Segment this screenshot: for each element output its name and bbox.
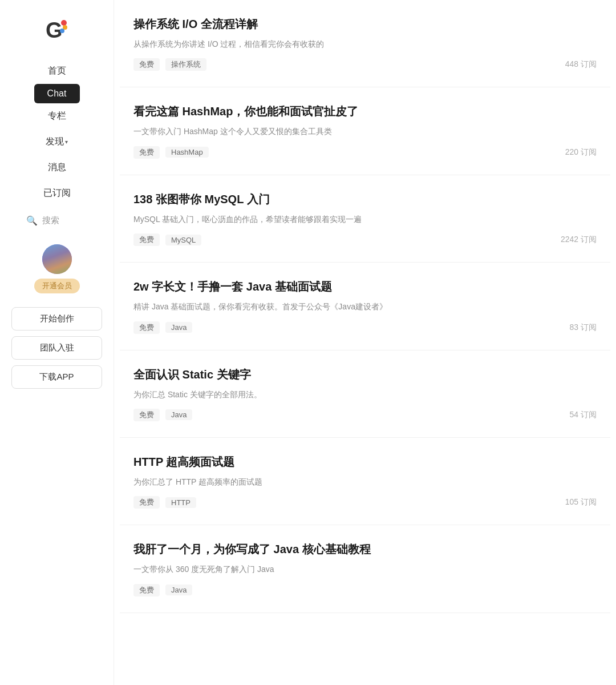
article-desc: 精讲 Java 基础面试题，保你看完有收获。首发于公众号《Java建设者》 bbox=[133, 300, 597, 313]
tag: 免费 bbox=[133, 58, 160, 71]
article-footer: 免费Java83 订阅 bbox=[133, 321, 597, 334]
article-desc: 一文带你入门 HashMap 这个令人又爱又恨的集合工具类 bbox=[133, 125, 597, 138]
article-title: 全面认识 Static 关键字 bbox=[133, 366, 597, 382]
svg-point-1 bbox=[61, 20, 67, 26]
user-section: 开通会员 bbox=[34, 244, 80, 293]
subscribe-count: 105 订阅 bbox=[565, 497, 597, 507]
article-card[interactable]: 138 张图带你 MySQL 入门MySQL 基础入门，呕心沥血的作品，希望读者… bbox=[120, 175, 610, 263]
article-footer: 免费MySQL2242 订阅 bbox=[133, 233, 597, 246]
logo: G bbox=[43, 17, 71, 45]
search-bar[interactable]: 🔍 搜索 bbox=[17, 211, 97, 231]
article-card[interactable]: HTTP 超高频面试题为你汇总了 HTTP 超高频率的面试题免费HTTP105 … bbox=[120, 438, 610, 525]
article-footer: 免费Java bbox=[133, 584, 597, 597]
search-label: 搜索 bbox=[42, 215, 59, 226]
subscribe-count: 448 订阅 bbox=[565, 59, 597, 70]
article-desc: 一文带你从 360 度无死角了解入门 Java bbox=[133, 563, 597, 575]
article-title: 138 张图带你 MySQL 入门 bbox=[133, 191, 597, 207]
article-desc: MySQL 基础入门，呕心沥血的作品，希望读者能够跟着实现一遍 bbox=[133, 213, 597, 225]
sidebar: G 首页 Chat 专栏 发现 ▾ 消息 已订阅 🔍 搜索 开通会员 开始创作 bbox=[0, 0, 114, 685]
article-footer: 免费HTTP105 订阅 bbox=[133, 496, 597, 509]
article-list: 操作系统 I/O 全流程详解从操作系统为你讲述 I/O 过程，相信看完你会有收获… bbox=[120, 0, 610, 613]
article-footer: 免费HashMap220 订阅 bbox=[133, 146, 597, 159]
article-card[interactable]: 2w 字长文！手撸一套 Java 基础面试题精讲 Java 基础面试题，保你看完… bbox=[120, 263, 610, 350]
vip-button[interactable]: 开通会员 bbox=[34, 279, 80, 293]
article-tags: 免费Java bbox=[133, 321, 192, 334]
article-card[interactable]: 操作系统 I/O 全流程详解从操作系统为你讲述 I/O 过程，相信看完你会有收获… bbox=[120, 0, 610, 87]
article-desc: 从操作系统为你讲述 I/O 过程，相信看完你会有收获的 bbox=[133, 38, 597, 50]
article-desc: 为你汇总 Static 关键字的全部用法。 bbox=[133, 388, 597, 401]
action-buttons: 开始创作 团队入驻 下载APP bbox=[0, 307, 114, 389]
tag: HTTP bbox=[165, 497, 196, 508]
tag: MySQL bbox=[165, 235, 201, 245]
article-tags: 免费Java bbox=[133, 584, 192, 597]
subscribe-count: 54 订阅 bbox=[570, 410, 597, 420]
article-title: 操作系统 I/O 全流程详解 bbox=[133, 16, 597, 32]
nav-item-messages[interactable]: 消息 bbox=[0, 155, 114, 180]
article-card[interactable]: 全面认识 Static 关键字为你汇总 Static 关键字的全部用法。免费Ja… bbox=[120, 350, 610, 438]
tag: 免费 bbox=[133, 584, 160, 597]
article-tags: 免费HashMap bbox=[133, 146, 209, 159]
article-title: 我肝了一个月，为你写成了 Java 核心基础教程 bbox=[133, 541, 597, 557]
tag: Java bbox=[165, 322, 192, 333]
subscribe-count: 83 订阅 bbox=[570, 323, 597, 333]
search-icon: 🔍 bbox=[26, 215, 38, 226]
tag: 免费 bbox=[133, 321, 160, 334]
avatar[interactable] bbox=[42, 244, 72, 274]
tag: 免费 bbox=[133, 146, 160, 159]
tag: HashMap bbox=[165, 147, 209, 158]
nav-item-chat[interactable]: Chat bbox=[0, 84, 114, 103]
article-tags: 免费操作系统 bbox=[133, 58, 206, 71]
article-desc: 为你汇总了 HTTP 超高频率的面试题 bbox=[133, 476, 597, 488]
nav-item-column[interactable]: 专栏 bbox=[0, 103, 114, 129]
team-button[interactable]: 团队入驻 bbox=[11, 336, 102, 360]
main-content: 操作系统 I/O 全流程详解从操作系统为你讲述 I/O 过程，相信看完你会有收获… bbox=[114, 0, 616, 685]
article-title: HTTP 超高频面试题 bbox=[133, 454, 597, 470]
article-title: 2w 字长文！手撸一套 Java 基础面试题 bbox=[133, 279, 597, 295]
article-tags: 免费MySQL bbox=[133, 233, 201, 246]
article-footer: 免费操作系统448 订阅 bbox=[133, 58, 597, 71]
nav-item-discover[interactable]: 发现 ▾ bbox=[0, 129, 114, 155]
tag: Java bbox=[165, 409, 192, 420]
article-tags: 免费Java bbox=[133, 409, 192, 421]
nav-item-subscribed[interactable]: 已订阅 bbox=[0, 180, 114, 206]
tag: 免费 bbox=[133, 496, 160, 509]
article-tags: 免费HTTP bbox=[133, 496, 196, 509]
tag: 免费 bbox=[133, 233, 160, 246]
create-button[interactable]: 开始创作 bbox=[11, 307, 102, 331]
tag: Java bbox=[165, 585, 192, 595]
article-card[interactable]: 看完这篇 HashMap，你也能和面试官扯皮了一文带你入门 HashMap 这个… bbox=[120, 87, 610, 175]
nav-item-home[interactable]: 首页 bbox=[0, 58, 114, 84]
chevron-down-icon: ▾ bbox=[65, 139, 68, 145]
article-card[interactable]: 我肝了一个月，为你写成了 Java 核心基础教程一文带你从 360 度无死角了解… bbox=[120, 525, 610, 613]
article-footer: 免费Java54 订阅 bbox=[133, 409, 597, 421]
subscribe-count: 220 订阅 bbox=[565, 147, 597, 158]
article-title: 看完这篇 HashMap，你也能和面试官扯皮了 bbox=[133, 103, 597, 119]
tag: 免费 bbox=[133, 409, 160, 421]
app-button[interactable]: 下载APP bbox=[11, 365, 102, 389]
tag: 操作系统 bbox=[165, 58, 206, 71]
subscribe-count: 2242 订阅 bbox=[561, 235, 597, 245]
svg-point-3 bbox=[60, 29, 64, 33]
